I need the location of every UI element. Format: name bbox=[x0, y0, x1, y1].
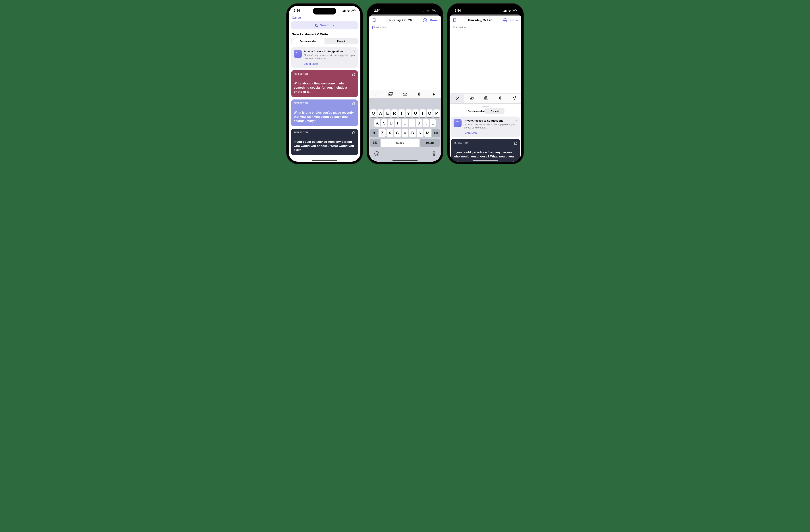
wifi-icon bbox=[508, 10, 511, 12]
reflection-body: What is one choice you've made recently … bbox=[294, 111, 355, 123]
bookmark-icon[interactable] bbox=[453, 18, 456, 22]
tab-recommended[interactable]: Recommended bbox=[292, 38, 325, 44]
status-time: 2:54 bbox=[455, 9, 461, 13]
key-row-2: A S D F G H J K L bbox=[370, 119, 440, 127]
emoji-icon[interactable] bbox=[374, 151, 379, 156]
tab-recent[interactable]: Recent bbox=[485, 108, 504, 114]
status-time: 2:54 bbox=[294, 9, 300, 13]
wand-tool-icon[interactable] bbox=[369, 90, 384, 98]
drag-handle[interactable] bbox=[482, 106, 489, 107]
wand-tool-icon[interactable] bbox=[450, 94, 465, 103]
home-indicator[interactable] bbox=[312, 160, 337, 161]
audio-icon[interactable] bbox=[493, 94, 507, 102]
svg-rect-6 bbox=[424, 11, 424, 12]
refresh-icon[interactable] bbox=[352, 102, 356, 106]
svg-point-25 bbox=[504, 20, 505, 21]
cellular-icon bbox=[503, 10, 507, 12]
learn-more-link[interactable]: Learn More bbox=[464, 131, 517, 134]
refresh-icon[interactable] bbox=[352, 72, 356, 77]
tab-recommended[interactable]: Recommended bbox=[467, 108, 485, 114]
key-g[interactable]: G bbox=[402, 119, 408, 127]
wand-icon bbox=[294, 50, 302, 58]
key-f[interactable]: F bbox=[395, 119, 401, 127]
key-a[interactable]: A bbox=[374, 119, 380, 127]
key-c[interactable]: C bbox=[394, 129, 401, 137]
prediction-slot[interactable] bbox=[370, 100, 393, 108]
key-w[interactable]: W bbox=[377, 110, 384, 117]
editor-textarea[interactable]: Start writing... bbox=[369, 25, 441, 90]
photo-library-icon[interactable] bbox=[384, 90, 398, 98]
key-j[interactable]: J bbox=[416, 119, 422, 127]
key-l[interactable]: L bbox=[430, 119, 436, 127]
key-v[interactable]: V bbox=[402, 129, 408, 137]
location-icon[interactable] bbox=[426, 90, 441, 98]
reflection-card[interactable]: REFLECTION What is one choice you've mad… bbox=[291, 99, 358, 126]
camera-icon[interactable] bbox=[479, 94, 493, 102]
audio-icon[interactable] bbox=[412, 90, 426, 98]
refresh-icon[interactable] bbox=[352, 131, 356, 135]
key-p[interactable]: P bbox=[434, 110, 440, 117]
bookmark-icon[interactable] bbox=[372, 18, 376, 22]
key-b[interactable]: B bbox=[409, 129, 416, 137]
more-icon[interactable] bbox=[503, 18, 507, 22]
svg-rect-7 bbox=[425, 10, 425, 12]
key-row-3: Z X C V B N M bbox=[370, 129, 440, 137]
reflection-tag: REFLECTION bbox=[294, 131, 355, 133]
key-u[interactable]: U bbox=[412, 110, 419, 117]
key-i[interactable]: I bbox=[420, 110, 426, 117]
svg-point-10 bbox=[424, 20, 424, 21]
info-title: Private Access to Suggestions bbox=[304, 50, 355, 53]
svg-rect-23 bbox=[506, 10, 507, 12]
photo-library-icon[interactable] bbox=[465, 94, 479, 102]
reflection-card[interactable]: REFLECTION If you could get advice from … bbox=[291, 129, 358, 155]
key-z[interactable]: Z bbox=[379, 129, 386, 137]
key-shift[interactable] bbox=[370, 129, 378, 137]
learn-more-link[interactable]: Learn More bbox=[304, 62, 355, 65]
camera-icon[interactable] bbox=[398, 90, 412, 98]
key-n[interactable]: N bbox=[417, 129, 423, 137]
close-icon[interactable]: ✕ bbox=[515, 119, 518, 123]
key-e[interactable]: E bbox=[384, 110, 390, 117]
close-icon[interactable]: ✕ bbox=[353, 49, 356, 53]
info-body: “Journal” only has access to the suggest… bbox=[304, 54, 355, 60]
key-backspace[interactable] bbox=[432, 129, 440, 137]
svg-rect-8 bbox=[426, 10, 426, 12]
key-row-4: 123 space return bbox=[370, 139, 440, 147]
key-k[interactable]: K bbox=[423, 119, 429, 127]
key-x[interactable]: X bbox=[387, 129, 393, 137]
reflection-card[interactable]: REFLECTION Write about a time someone ma… bbox=[291, 70, 358, 97]
svg-point-15 bbox=[404, 94, 406, 95]
key-r[interactable]: R bbox=[391, 110, 398, 117]
svg-rect-20 bbox=[503, 11, 504, 12]
wifi-icon bbox=[427, 10, 431, 12]
refresh-icon[interactable] bbox=[514, 141, 518, 145]
key-y[interactable]: Y bbox=[406, 110, 412, 117]
key-return[interactable]: return bbox=[420, 139, 440, 147]
svg-point-16 bbox=[375, 151, 379, 156]
more-icon[interactable] bbox=[423, 18, 427, 22]
dictation-icon[interactable] bbox=[432, 151, 436, 156]
done-button[interactable]: Done bbox=[430, 18, 438, 22]
key-123[interactable]: 123 bbox=[370, 139, 380, 147]
cancel-button[interactable]: Cancel bbox=[292, 16, 302, 19]
key-m[interactable]: M bbox=[424, 129, 431, 137]
done-button[interactable]: Done bbox=[511, 18, 518, 22]
new-entry-button[interactable]: New Entry bbox=[291, 21, 358, 29]
key-d[interactable]: D bbox=[388, 119, 394, 127]
suggestions-panel: Recommended Recent Private Access to Sug… bbox=[450, 104, 521, 162]
tab-recent[interactable]: Recent bbox=[325, 38, 358, 44]
key-h[interactable]: H bbox=[409, 119, 415, 127]
key-t[interactable]: T bbox=[399, 110, 405, 117]
location-icon[interactable] bbox=[507, 94, 521, 102]
reflection-card[interactable]: REFLECTION If you could get advice from … bbox=[451, 139, 520, 162]
home-indicator[interactable] bbox=[392, 160, 418, 161]
prediction-slot[interactable] bbox=[393, 100, 417, 108]
key-o[interactable]: O bbox=[426, 110, 433, 117]
key-space[interactable]: space bbox=[381, 139, 420, 147]
editor-textarea[interactable]: Start writing... bbox=[450, 25, 521, 94]
home-indicator[interactable] bbox=[473, 160, 498, 161]
key-q[interactable]: Q bbox=[370, 110, 376, 117]
key-s[interactable]: S bbox=[381, 119, 387, 127]
svg-point-12 bbox=[425, 20, 426, 21]
prediction-slot[interactable] bbox=[417, 100, 440, 108]
